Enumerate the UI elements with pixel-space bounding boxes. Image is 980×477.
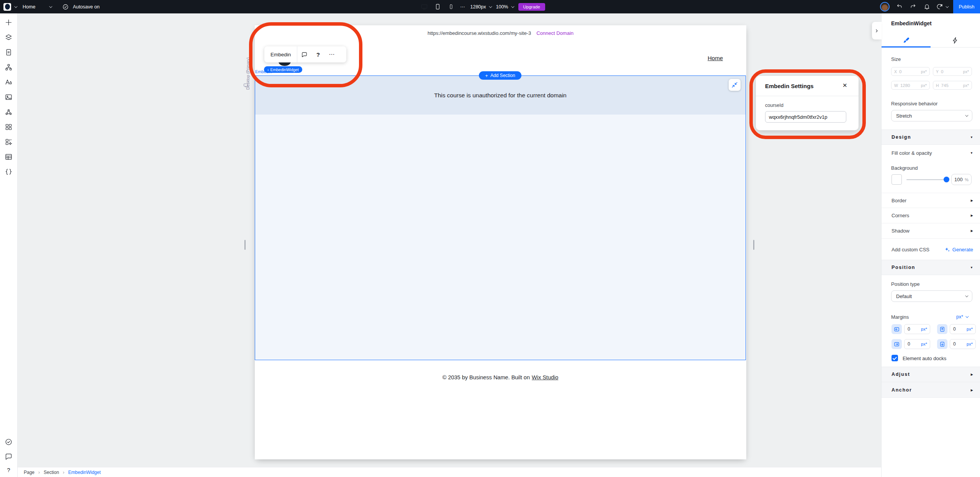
courseid-input[interactable]: wqxx6rjhnqfr5dm0tfxr2v1p (765, 111, 846, 123)
publish-button[interactable]: Publish (953, 0, 980, 13)
panel-collapse-button[interactable] (872, 22, 882, 39)
layers-icon[interactable] (5, 33, 13, 41)
help-icon[interactable]: ? (7, 467, 10, 473)
page-selector[interactable]: Home (23, 4, 35, 10)
margin-right-input[interactable]: 0px* (904, 339, 930, 349)
opacity-slider-track[interactable] (906, 179, 947, 180)
comments-icon[interactable] (5, 452, 13, 461)
size-x-input[interactable]: X0px* (891, 67, 930, 76)
border-row[interactable]: Border▶ (882, 193, 980, 208)
fill-color-opacity-row[interactable]: Fill color & opacity▼ (882, 145, 980, 161)
footer-wix-studio-link[interactable]: Wix Studio (532, 374, 558, 380)
cms-table-icon[interactable] (5, 152, 13, 161)
help-icon[interactable]: ? (311, 51, 325, 58)
dock-right-icon[interactable] (892, 339, 902, 349)
size-w-input[interactable]: W1280px* (891, 81, 930, 90)
margin-left-input[interactable]: 0px* (904, 324, 930, 334)
desktop-breakpoint-icon[interactable] (420, 3, 428, 11)
add-elements-icon[interactable] (5, 18, 13, 26)
more-options-icon[interactable]: ⋯ (325, 51, 339, 58)
code-icon[interactable] (5, 167, 13, 176)
shadow-row[interactable]: Shadow▶ (882, 223, 980, 239)
user-avatar[interactable] (880, 2, 890, 11)
add-section-button[interactable]: + Add Section (479, 71, 521, 80)
anchor-section-header[interactable]: Anchor▶ (882, 382, 980, 398)
breadcrumb-item-page[interactable]: Page (24, 470, 34, 475)
background-color-swatch[interactable] (892, 174, 902, 185)
margin-bottom-input[interactable]: 0px* (950, 339, 976, 349)
upgrade-button[interactable]: Upgrade (518, 3, 545, 11)
margins-unit-dropdown[interactable]: px* (956, 314, 968, 320)
connect-domain-link[interactable]: Connect Domain (536, 30, 574, 36)
pages-icon[interactable] (5, 48, 13, 56)
generate-css-link[interactable]: Generate (952, 247, 973, 252)
margin-top-input[interactable]: 0px* (950, 324, 976, 334)
caret-right-icon: ▶ (971, 373, 973, 376)
position-type-dropdown[interactable]: Default (891, 290, 972, 302)
close-icon[interactable]: ✕ (842, 82, 847, 89)
widgets-settings-icon[interactable] (5, 138, 13, 146)
selected-widget-tag[interactable]: ‹ EmbedinWidget (264, 66, 302, 73)
embedin-widget-frame[interactable] (255, 75, 746, 360)
notifications-bell-icon[interactable] (923, 3, 931, 11)
responsive-behavior-dropdown[interactable]: Stretch (891, 110, 972, 121)
sitemap-icon[interactable] (5, 63, 13, 71)
autosave-status[interactable]: Autosave on (73, 4, 100, 10)
left-tools-sidebar: ? (0, 13, 18, 477)
size-h-input[interactable]: H745px* (933, 81, 972, 90)
breakpoint-width-selector[interactable]: 1280px (470, 4, 491, 10)
wix-studio-logo[interactable] (3, 3, 11, 11)
tab-design[interactable] (882, 34, 931, 47)
chevron-down-icon (946, 5, 949, 8)
lightning-bolt-icon (952, 37, 959, 44)
caret-right-icon: ▶ (971, 214, 973, 217)
sections-grid-icon[interactable] (5, 123, 13, 131)
dock-left-icon[interactable] (892, 324, 902, 334)
size-y-input[interactable]: Y0px* (933, 67, 972, 76)
dock-top-icon[interactable] (937, 324, 947, 334)
canvas-resize-handle-right[interactable] (753, 240, 754, 250)
breadcrumb-item-widget[interactable]: EmbedinWidget (68, 470, 101, 475)
site-checker-icon[interactable] (5, 438, 13, 446)
element-auto-docks-label: Element auto docks (903, 356, 946, 361)
adjust-section-header[interactable]: Adjust▶ (882, 367, 980, 382)
tab-interactions[interactable] (931, 34, 980, 47)
tablet-breakpoint-icon[interactable] (433, 3, 442, 11)
redo-icon[interactable] (909, 3, 917, 11)
embedin-app-toolbar[interactable]: Embedin ? ⋯ (264, 46, 346, 62)
caret-right-icon: ▶ (971, 229, 973, 233)
element-auto-docks-checkbox[interactable] (892, 355, 898, 361)
app-name-label[interactable]: Embedin (264, 52, 297, 57)
typography-styles-icon[interactable] (5, 78, 13, 86)
design-section-header[interactable]: Design▼ (882, 129, 980, 145)
media-icon[interactable] (5, 93, 13, 101)
back-chevron-icon: ‹ (267, 67, 269, 72)
canvas-resize-handle-left[interactable] (244, 240, 246, 250)
app-market-icon[interactable] (5, 108, 13, 116)
undo-icon[interactable] (895, 3, 903, 11)
site-nav-home-link[interactable]: Home (708, 55, 723, 61)
background-label: Background (891, 165, 918, 171)
opacity-value-input[interactable]: 100% (951, 174, 972, 185)
feedback-chat-icon[interactable] (297, 51, 311, 58)
chevron-down-icon (489, 5, 492, 8)
margins-label: Margins (891, 314, 909, 320)
caret-down-icon: ▼ (970, 266, 973, 269)
divider (756, 96, 859, 96)
position-section-header[interactable]: Position▼ (882, 260, 980, 275)
dock-bottom-icon[interactable] (937, 339, 947, 349)
mobile-breakpoint-icon[interactable] (447, 3, 455, 11)
zoom-level-selector[interactable]: 100% (496, 4, 513, 10)
breadcrumb-item-section[interactable]: Section (44, 470, 59, 475)
breakpoint-more-icon[interactable]: ⋯ (460, 4, 465, 10)
preview-selector[interactable] (936, 3, 948, 10)
footer-copyright: © 2035 by Business Name. Built on (442, 374, 530, 380)
chevron-down-icon (511, 5, 514, 8)
inspector-tabs (882, 34, 980, 48)
opacity-slider-knob[interactable] (944, 177, 949, 182)
logo-menu-chevron-icon[interactable] (14, 5, 17, 8)
page-selector-chevron-icon[interactable] (49, 5, 52, 8)
collapse-widget-button[interactable] (729, 79, 741, 91)
site-url: https://embedincourse.wixstudio.com/my-s… (428, 30, 531, 36)
corners-row[interactable]: Corners▶ (882, 208, 980, 223)
